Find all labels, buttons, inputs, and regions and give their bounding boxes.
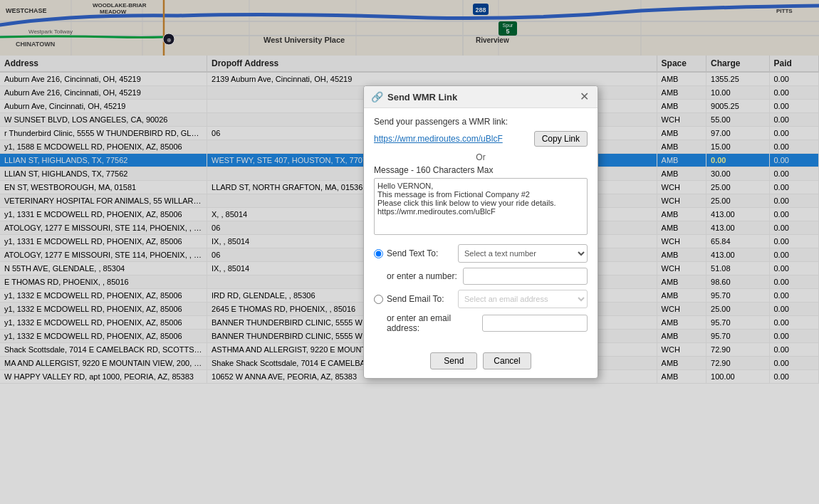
or-divider: Or — [374, 152, 588, 162]
dialog-body: Send your passengers a WMR link: https:/… — [364, 108, 598, 347]
send-email-label[interactable]: Send Email To: — [374, 294, 452, 304]
number-input[interactable] — [463, 268, 588, 285]
cancel-button[interactable]: Cancel — [483, 352, 531, 369]
dialog-title-row: 🔗 Send WMR Link — [371, 91, 457, 103]
modal-overlay: 🔗 Send WMR Link ✕ Send your passengers a… — [0, 0, 819, 504]
copy-link-button[interactable]: Copy Link — [534, 131, 588, 147]
send-description: Send your passengers a WMR link: — [374, 117, 588, 127]
close-button[interactable]: ✕ — [578, 91, 590, 103]
enter-email-row: or enter an email address: — [374, 313, 588, 333]
or-enter-number-label: or enter a number: — [374, 271, 457, 281]
text-number-select[interactable]: Select a text number — [458, 244, 588, 263]
enter-number-row: or enter a number: — [374, 268, 588, 285]
wmr-link[interactable]: https://wmr.mediroutes.com/uBlcF — [374, 134, 528, 144]
send-email-row: Send Email To: Select an email address — [374, 290, 588, 308]
send-text-label[interactable]: Send Text To: — [374, 248, 452, 258]
or-enter-email-label: or enter an email address: — [374, 313, 476, 333]
send-wmr-dialog: 🔗 Send WMR Link ✕ Send your passengers a… — [363, 85, 598, 379]
wmr-link-row: https://wmr.mediroutes.com/uBlcF Copy Li… — [374, 131, 588, 147]
wmr-icon: 🔗 — [371, 91, 383, 103]
dialog-title: Send WMR Link — [387, 92, 457, 103]
send-button[interactable]: Send — [430, 352, 477, 369]
send-text-radio[interactable] — [374, 249, 383, 258]
dialog-footer: Send Cancel — [364, 347, 598, 378]
dialog-header: 🔗 Send WMR Link ✕ — [364, 86, 598, 108]
send-text-row: Send Text To: Select a text number — [374, 244, 588, 263]
email-select[interactable]: Select an email address — [458, 290, 588, 308]
message-textarea[interactable] — [374, 178, 588, 235]
send-email-radio[interactable] — [374, 295, 383, 304]
message-label: Message - 160 Characters Max — [374, 165, 588, 175]
email-input[interactable] — [482, 315, 588, 332]
